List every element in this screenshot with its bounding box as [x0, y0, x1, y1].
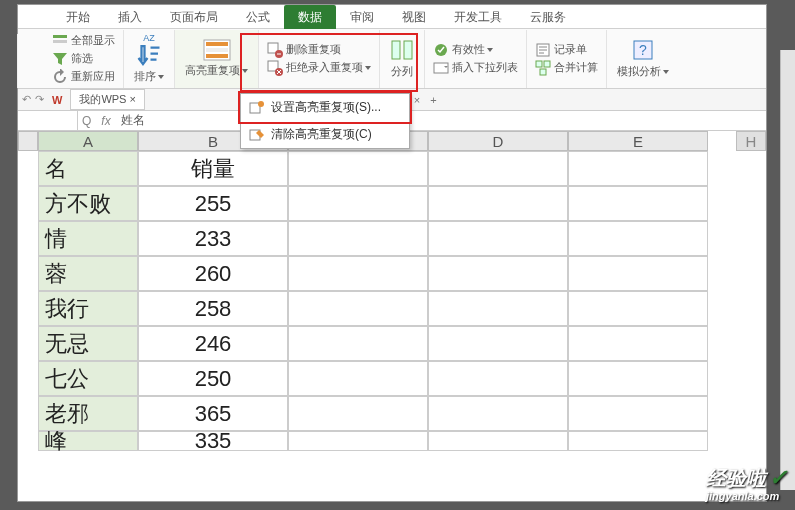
cell[interactable] [288, 396, 428, 431]
show-all-button[interactable]: 全部显示 [50, 32, 117, 50]
cell[interactable]: 255 [138, 186, 288, 221]
cell[interactable] [568, 361, 708, 396]
cell[interactable] [288, 361, 428, 396]
reject-duplicates-button[interactable]: 拒绝录入重复项 [265, 59, 373, 77]
cell[interactable] [288, 326, 428, 361]
tab-close-icon[interactable]: × [130, 93, 136, 105]
svg-rect-5 [206, 54, 228, 58]
cell[interactable]: 老邪 [38, 396, 138, 431]
whatif-icon: ? [631, 38, 655, 62]
fx-icon[interactable]: fx [95, 114, 116, 128]
cell[interactable] [568, 151, 708, 186]
insert-dropdown-button[interactable]: 插入下拉列表 [431, 59, 520, 77]
cell[interactable] [428, 151, 568, 186]
cell[interactable] [568, 291, 708, 326]
tab-data[interactable]: 数据 [284, 5, 336, 29]
wps-tab[interactable]: 我的WPS × [70, 89, 145, 110]
tab-insert[interactable]: 插入 [104, 5, 156, 28]
ribbon-tabs: 开始 插入 页面布局 公式 数据 审阅 视图 开发工具 云服务 [18, 5, 766, 29]
col-header-E[interactable]: E [568, 131, 708, 151]
tab-cloud[interactable]: 云服务 [516, 5, 580, 28]
remove-dup-icon [267, 42, 283, 58]
col-header-D[interactable]: D [428, 131, 568, 151]
col-header-A[interactable]: A [38, 131, 138, 151]
cell[interactable]: 365 [138, 396, 288, 431]
text-to-columns-button[interactable]: 分列 [386, 36, 418, 81]
cell[interactable]: 无忌 [38, 326, 138, 361]
sort-label: 排序 [134, 69, 164, 84]
add-tab-button[interactable]: + [424, 94, 442, 106]
what-if-button[interactable]: ? 模拟分析 [613, 36, 673, 81]
formula-input[interactable]: 姓名 [117, 112, 766, 129]
tab-review[interactable]: 审阅 [336, 5, 388, 28]
svg-rect-11 [404, 41, 412, 59]
cell[interactable]: 258 [138, 291, 288, 326]
cell[interactable] [428, 431, 568, 451]
cell[interactable]: 335 [138, 431, 288, 451]
tab-close-icon-2[interactable]: × [414, 94, 420, 106]
sort-button[interactable]: AZ 排序 [130, 31, 168, 86]
clear-highlight-dup-item[interactable]: 清除高亮重复项(C) [241, 121, 409, 148]
sort-icon [137, 43, 161, 67]
select-all-corner[interactable] [18, 131, 38, 151]
cell[interactable]: 销量 [138, 151, 288, 186]
cell[interactable] [288, 256, 428, 291]
cell[interactable]: 方不败 [38, 186, 138, 221]
reapply-button[interactable]: 重新应用 [50, 68, 117, 86]
cell[interactable]: 233 [138, 221, 288, 256]
funnel-icon [52, 51, 68, 67]
tab-dev[interactable]: 开发工具 [440, 5, 516, 28]
cell[interactable]: 情 [38, 221, 138, 256]
cell[interactable] [568, 326, 708, 361]
remove-duplicates-button[interactable]: 删除重复项 [265, 41, 343, 59]
cell[interactable] [288, 431, 428, 451]
consolidate-button[interactable]: 合并计算 [533, 59, 600, 77]
cell[interactable] [288, 151, 428, 186]
cell[interactable] [428, 326, 568, 361]
dropdown-list-icon [433, 60, 449, 76]
cell[interactable]: 250 [138, 361, 288, 396]
table-row: 老邪 365 [38, 396, 766, 431]
cell[interactable]: 七公 [38, 361, 138, 396]
col-header-H[interactable]: H [736, 131, 766, 151]
cell[interactable]: 名 [38, 151, 138, 186]
cell[interactable] [568, 221, 708, 256]
table-row: 情 233 [38, 221, 766, 256]
name-box[interactable] [18, 111, 78, 130]
svg-rect-10 [392, 41, 400, 59]
record-form-button[interactable]: 记录单 [533, 41, 589, 59]
cell[interactable]: 260 [138, 256, 288, 291]
cell[interactable] [568, 431, 708, 451]
reject-dup-label: 拒绝录入重复项 [286, 60, 371, 75]
undo-icon[interactable]: ↶ [22, 93, 31, 106]
cell[interactable]: 我行 [38, 291, 138, 326]
tab-start[interactable]: 开始 [52, 5, 104, 28]
cell[interactable] [428, 221, 568, 256]
validity-button[interactable]: 有效性 [431, 41, 495, 59]
cell[interactable] [288, 186, 428, 221]
cell[interactable] [428, 291, 568, 326]
cell[interactable]: 蓉 [38, 256, 138, 291]
tab-formula[interactable]: 公式 [232, 5, 284, 28]
redo-icon[interactable]: ↷ [35, 93, 44, 106]
cell[interactable] [428, 186, 568, 221]
tab-view[interactable]: 视图 [388, 5, 440, 28]
highlight-duplicates-button[interactable]: 高亮重复项 [181, 37, 252, 80]
search-icon[interactable]: Q [78, 114, 95, 128]
grid-area: A B C D E 名 销量 方不败 255 情 233 [18, 131, 766, 501]
cell[interactable] [428, 361, 568, 396]
set-highlight-dup-item[interactable]: 设置高亮重复项(S)... [241, 94, 409, 121]
tab-layout[interactable]: 页面布局 [156, 5, 232, 28]
cell[interactable] [568, 186, 708, 221]
cell[interactable] [568, 396, 708, 431]
auto-filter-button[interactable]: 筛选 [50, 50, 95, 68]
cell[interactable] [568, 256, 708, 291]
cell[interactable]: 峰 [38, 431, 138, 451]
cell[interactable] [288, 291, 428, 326]
cell[interactable] [428, 396, 568, 431]
cell[interactable]: 246 [138, 326, 288, 361]
cell[interactable] [288, 221, 428, 256]
svg-rect-1 [53, 40, 67, 43]
table-row: 我行 258 [38, 291, 766, 326]
cell[interactable] [428, 256, 568, 291]
